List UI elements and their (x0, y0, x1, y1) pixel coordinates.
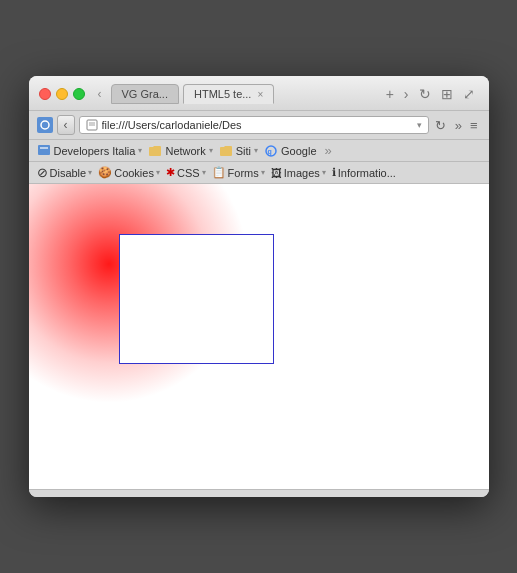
bookmarks-bar: Developers Italia ▾ Network ▾ Siti ▾ g G… (29, 140, 489, 162)
cookies-arrow-icon: ▾ (156, 168, 160, 177)
tab-close-icon[interactable]: × (257, 89, 263, 100)
css-arrow-icon: ▾ (202, 168, 206, 177)
svg-rect-5 (40, 147, 48, 149)
disable-icon: ⊘ (37, 165, 48, 180)
grid-button[interactable]: ⊞ (437, 85, 457, 103)
tab-vg-label: VG Gra... (122, 88, 168, 100)
toolbar-disable[interactable]: ⊘ Disable ▾ (37, 165, 93, 180)
forms-arrow-icon: ▾ (261, 168, 265, 177)
minimize-button[interactable] (56, 88, 68, 100)
cookies-icon: 🍪 (98, 166, 112, 179)
back-arrow-button[interactable]: ‹ (95, 85, 105, 103)
bookmarks-overflow-button[interactable]: » (325, 143, 332, 158)
url-text: file:///Users/carlodaniele/Des (102, 119, 413, 131)
menu-button[interactable]: ≡ (467, 118, 481, 133)
browser-window: ‹ VG Gra... HTML5 te... × + › ↻ ⊞ ⤢ ‹ (29, 76, 489, 497)
tab-bar: VG Gra... HTML5 te... × + › ↻ ⊞ ⤢ (111, 84, 479, 104)
page-content (29, 184, 489, 489)
network-folder-icon (148, 144, 162, 158)
css-icon: ✱ (166, 166, 175, 179)
maximize-button[interactable] (73, 88, 85, 100)
info-icon: ℹ (332, 166, 336, 179)
bottom-bar (29, 489, 489, 497)
white-box (119, 234, 274, 364)
tab-actions: + › ↻ ⊞ ⤢ (382, 85, 479, 103)
svg-rect-4 (38, 145, 50, 155)
bookmark-network[interactable]: Network ▾ (148, 144, 212, 158)
title-bar: ‹ VG Gra... HTML5 te... × + › ↻ ⊞ ⤢ (29, 76, 489, 111)
address-bar: ‹ file:///Users/carlodaniele/Des ▾ ↻ » ≡ (29, 111, 489, 140)
siti-folder-icon (219, 144, 233, 158)
new-tab-button[interactable]: + (382, 85, 398, 103)
close-button[interactable] (39, 88, 51, 100)
tab-reload-button[interactable]: ↻ (415, 85, 435, 103)
toolbar-information[interactable]: ℹ Informatio... (332, 166, 396, 179)
file-icon (86, 119, 98, 131)
tab-vg[interactable]: VG Gra... (111, 84, 179, 104)
bookmark-google[interactable]: g Google (264, 144, 316, 158)
bookmark-developers-italia[interactable]: Developers Italia ▾ (37, 144, 143, 158)
svg-text:g: g (268, 148, 272, 156)
overflow-button[interactable]: » (452, 118, 465, 133)
google-icon: g (264, 144, 278, 158)
browser-icon (37, 117, 53, 133)
images-arrow-icon: ▾ (322, 168, 326, 177)
web-toolbar: ⊘ Disable ▾ 🍪 Cookies ▾ ✱ CSS ▾ 📋 Forms … (29, 162, 489, 184)
fullscreen-button[interactable]: ⤢ (459, 85, 479, 103)
forms-icon: 📋 (212, 166, 226, 179)
toolbar-forms[interactable]: 📋 Forms ▾ (212, 166, 265, 179)
bookmark-siti[interactable]: Siti ▾ (219, 144, 258, 158)
disable-arrow-icon: ▾ (88, 168, 92, 177)
back-button[interactable]: ‹ (57, 115, 75, 135)
url-dropdown-icon[interactable]: ▾ (417, 120, 422, 130)
address-field[interactable]: file:///Users/carlodaniele/Des ▾ (79, 116, 429, 134)
refresh-icon[interactable]: ↻ (433, 118, 448, 133)
images-icon: 🖼 (271, 167, 282, 179)
developers-icon (37, 144, 51, 158)
traffic-lights (39, 88, 85, 100)
svg-point-0 (41, 121, 49, 129)
tab-forward-button[interactable]: › (400, 85, 413, 103)
toolbar-cookies[interactable]: 🍪 Cookies ▾ (98, 166, 160, 179)
tab-html5-label: HTML5 te... (194, 88, 251, 100)
toolbar-images[interactable]: 🖼 Images ▾ (271, 167, 326, 179)
toolbar-css[interactable]: ✱ CSS ▾ (166, 166, 206, 179)
tab-html5[interactable]: HTML5 te... × (183, 84, 274, 104)
addr-extra-buttons: » ≡ (452, 118, 481, 133)
